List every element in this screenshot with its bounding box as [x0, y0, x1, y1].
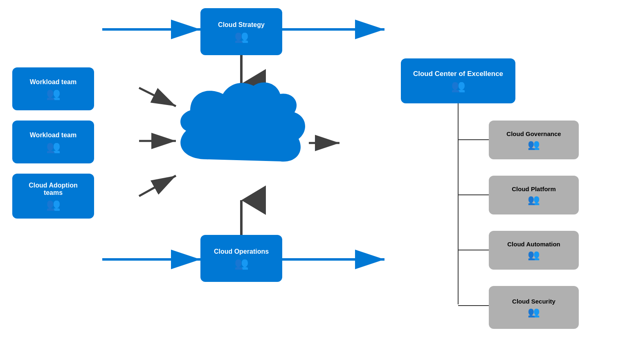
cloud-security-box: Cloud Security 👥: [489, 286, 579, 329]
workload-team-1-title: Workload team: [30, 78, 76, 86]
cloud-governance-box: Cloud Governance 👥: [489, 121, 579, 159]
cloud-strategy-title: Cloud Strategy: [218, 21, 265, 29]
workload-team-1-box: Workload team 👥: [12, 67, 94, 110]
cloud-shape: [170, 78, 317, 184]
cloud-security-icon: 👥: [528, 307, 540, 317]
workload-team-2-icon: 👥: [46, 141, 61, 153]
cloud-platform-icon: 👥: [528, 195, 540, 205]
cloud-governance-icon: 👥: [528, 140, 540, 150]
cloud-adoption-icon: 👥: [46, 199, 61, 210]
cloud-platform-title: Cloud Platform: [512, 185, 556, 192]
cloud-coe-box: Cloud Center of Excellence 👥: [401, 58, 515, 103]
workload-team-1-icon: 👥: [46, 88, 61, 100]
cloud-automation-icon: 👥: [528, 250, 540, 260]
workload-team-2-box: Workload team 👥: [12, 121, 94, 163]
cloud-adoption-title: Cloud Adoption teams: [19, 182, 88, 197]
cloud-operations-title: Cloud Operations: [214, 248, 269, 255]
cloud-strategy-icon: 👥: [234, 31, 249, 42]
cloud-coe-title: Cloud Center of Excellence: [413, 70, 503, 78]
cloud-governance-title: Cloud Governance: [506, 130, 561, 137]
workload-team-2-title: Workload team: [30, 132, 76, 139]
cloud-platform-box: Cloud Platform 👥: [489, 176, 579, 214]
cloud-security-title: Cloud Security: [512, 298, 555, 305]
cloud-operations-icon: 👥: [234, 258, 249, 269]
cloud-adoption-box: Cloud Adoption teams 👥: [12, 174, 94, 219]
cloud-automation-box: Cloud Automation 👥: [489, 231, 579, 270]
cloud-automation-title: Cloud Automation: [507, 241, 560, 248]
cloud-coe-icon: 👥: [451, 80, 465, 92]
diagram: Cloud Strategy 👥 Workload team 👥 Workloa…: [0, 0, 625, 364]
cloud-operations-box: Cloud Operations 👥: [200, 235, 282, 282]
cloud-strategy-box: Cloud Strategy 👥: [200, 8, 282, 55]
